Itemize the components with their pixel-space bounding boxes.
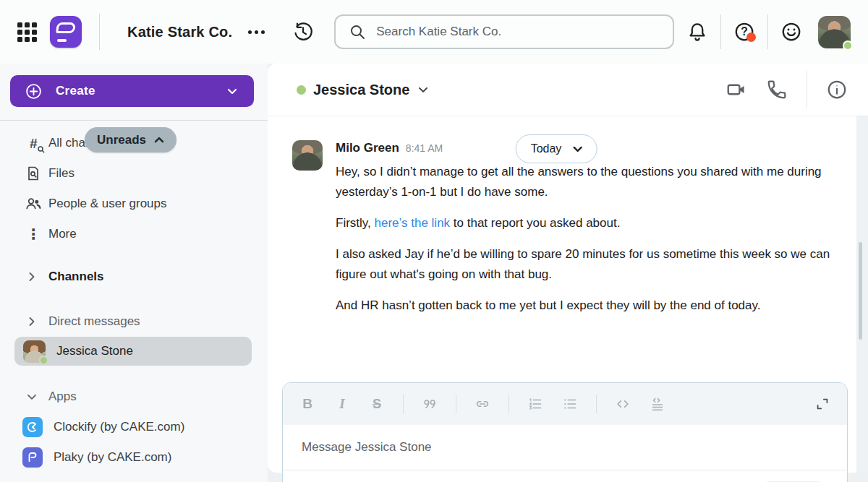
dm-item-jessica-stone[interactable]: Jessica Stone — [14, 337, 252, 366]
expand-composer-button[interactable] — [814, 395, 831, 413]
kebab-vertical-icon: ⋮ — [25, 225, 42, 243]
search-icon — [349, 23, 366, 40]
sidebar-item-files[interactable]: Files — [0, 158, 268, 189]
topbar-divider — [767, 14, 768, 49]
composer-action-bar: Tt @ — [283, 470, 847, 482]
sender-name[interactable]: Milo Green — [336, 141, 399, 155]
app-item-label: Plaky (by CAKE.com) — [54, 450, 171, 465]
sender-avatar[interactable] — [292, 140, 323, 171]
chat-header-actions — [726, 71, 848, 108]
message-link[interactable]: here’s the link — [375, 216, 451, 230]
toolbar-divider — [596, 395, 597, 413]
toolbar-divider — [509, 395, 509, 413]
sidebar-item-label: People & user groups — [48, 197, 167, 211]
blockquote-button[interactable] — [421, 395, 438, 413]
expand-icon — [814, 396, 830, 412]
chevron-right-icon — [25, 270, 39, 284]
search-input[interactable] — [376, 25, 660, 39]
topbar-divider — [99, 14, 100, 50]
link-icon — [475, 396, 490, 412]
plaky-icon — [22, 447, 43, 468]
topbar-actions: ? — [686, 14, 851, 49]
topbar-divider — [720, 14, 721, 49]
section-label: Apps — [48, 390, 77, 404]
pumble-logo[interactable] — [50, 16, 82, 48]
hash-search-icon: # — [25, 134, 42, 152]
info-icon — [826, 79, 848, 100]
strikethrough-button[interactable]: S — [368, 395, 386, 413]
message: Milo Green 8:41 AM Hey, so I didn’t mana… — [292, 140, 835, 316]
unreads-jump-button[interactable]: Unreads — [85, 127, 176, 152]
video-call-button[interactable] — [726, 79, 747, 100]
user-presence-dot — [843, 40, 853, 51]
chat-panel: Jessica Stone — [268, 64, 868, 473]
chat-title[interactable]: Jessica Stone — [313, 82, 409, 98]
history-button[interactable] — [292, 21, 314, 43]
dm-avatar — [23, 340, 46, 363]
header-divider — [807, 71, 807, 108]
notifications-button[interactable] — [686, 21, 708, 43]
scrollbar-track[interactable] — [856, 116, 868, 473]
plus-circle-icon — [25, 82, 43, 100]
sidebar-item-people[interactable]: People & user groups — [0, 189, 268, 219]
app-item-clockify[interactable]: Clockify (by CAKE.com) — [0, 412, 268, 442]
people-icon — [25, 195, 42, 212]
voice-call-button[interactable] — [766, 79, 788, 100]
chevron-down-icon — [225, 84, 239, 98]
sidebar-nav: # All channels Unreads Files — [0, 121, 268, 249]
section-apps[interactable]: Apps — [0, 382, 268, 412]
sidebar-item-more[interactable]: ⋮ More — [0, 219, 268, 249]
app-item-plaky[interactable]: Plaky (by CAKE.com) — [0, 442, 268, 473]
pumble-app-window: Katie Stark Co. — [0, 0, 868, 482]
italic-button[interactable]: I — [333, 395, 351, 413]
section-label: Channels — [48, 270, 104, 284]
unreads-label: Unreads — [97, 133, 146, 147]
video-camera-icon — [726, 79, 747, 100]
ordered-list-button[interactable] — [527, 395, 544, 413]
inline-code-button[interactable] — [614, 395, 631, 413]
toolbar-divider — [456, 395, 456, 413]
chevron-up-icon — [152, 133, 166, 147]
bell-icon — [686, 21, 708, 43]
workspace-name[interactable]: Katie Stark Co. — [127, 24, 232, 40]
file-search-icon — [25, 165, 42, 182]
help-alert-dot — [746, 33, 756, 42]
pumble-logo-bubble — [56, 22, 76, 33]
workspace-more-button[interactable] — [244, 26, 269, 38]
quote-icon — [422, 396, 438, 412]
chat-header: Jessica Stone — [268, 64, 868, 116]
conversation-details-button[interactable] — [826, 79, 848, 100]
code-block-button[interactable] — [649, 395, 666, 413]
top-bar: Katie Stark Co. — [0, 0, 868, 64]
message-paragraph: Firstly, here’s the link to that report … — [336, 213, 835, 233]
set-status-button[interactable] — [780, 21, 802, 43]
create-button[interactable]: Create — [10, 75, 254, 107]
message-input[interactable] — [283, 425, 847, 470]
pumble-logo-bar — [57, 39, 67, 43]
sidebar-item-label: Files — [48, 166, 75, 181]
create-button-label: Create — [56, 84, 95, 98]
dm-presence-dot — [39, 356, 48, 365]
chevron-down-icon[interactable] — [416, 82, 430, 97]
message-list[interactable]: Today Milo Green 8:41 AM Hey, so I didn’… — [268, 116, 856, 473]
user-avatar[interactable] — [818, 16, 851, 48]
message-paragraph: Hey, so I didn’t manage to get all the a… — [336, 162, 835, 202]
grid-icon — [17, 22, 37, 42]
phone-icon — [766, 79, 788, 100]
message-paragraph: I also asked Jay if he’d be willing to s… — [336, 244, 835, 285]
bullet-list-button[interactable] — [561, 395, 579, 413]
scrollbar-thumb[interactable] — [859, 242, 862, 340]
section-direct-messages[interactable]: Direct messages — [0, 306, 268, 337]
bold-button[interactable]: B — [299, 395, 316, 413]
section-channels[interactable]: Channels — [0, 262, 268, 292]
sidebar-item-label: More — [48, 227, 77, 241]
link-button[interactable] — [474, 395, 491, 413]
section-label: Direct messages — [48, 314, 140, 329]
format-toolbar: B I S — [283, 383, 847, 425]
code-icon — [615, 396, 631, 412]
ordered-list-icon — [527, 396, 543, 412]
sidebar: Create # All channels Unreads — [0, 64, 268, 482]
clockify-icon — [22, 417, 43, 437]
global-search[interactable] — [334, 14, 674, 49]
app-launcher-button[interactable] — [17, 22, 37, 42]
